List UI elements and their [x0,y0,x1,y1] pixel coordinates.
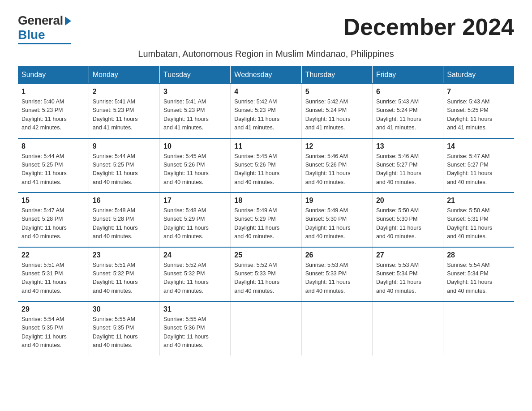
day-number: 11 [234,142,297,150]
calendar-header-row: SundayMondayTuesdayWednesdayThursdayFrid… [18,66,514,84]
day-info: Sunrise: 5:46 AMSunset: 5:27 PMDaylight:… [376,152,439,187]
calendar-cell: 12Sunrise: 5:46 AMSunset: 5:26 PMDayligh… [301,138,372,193]
calendar-cell: 21Sunrise: 5:50 AMSunset: 5:31 PMDayligh… [443,193,514,247]
calendar-cell: 27Sunrise: 5:53 AMSunset: 5:34 PMDayligh… [372,247,443,302]
calendar-cell [372,301,443,355]
calendar-cell: 24Sunrise: 5:52 AMSunset: 5:32 PMDayligh… [160,247,231,302]
calendar-header-sunday: Sunday [18,66,89,84]
calendar-cell: 18Sunrise: 5:49 AMSunset: 5:29 PMDayligh… [231,193,301,247]
day-number: 14 [447,142,511,150]
calendar-cell: 17Sunrise: 5:48 AMSunset: 5:29 PMDayligh… [160,193,231,247]
day-info: Sunrise: 5:40 AMSunset: 5:23 PMDaylight:… [21,98,85,133]
day-number: 1 [21,88,85,96]
calendar-cell: 31Sunrise: 5:55 AMSunset: 5:36 PMDayligh… [160,301,231,355]
day-info: Sunrise: 5:41 AMSunset: 5:23 PMDaylight:… [163,98,227,133]
day-info: Sunrise: 5:50 AMSunset: 5:30 PMDaylight:… [376,206,439,241]
day-info: Sunrise: 5:43 AMSunset: 5:24 PMDaylight:… [376,98,439,133]
month-title: December 2024 [343,13,514,40]
day-number: 30 [93,305,156,313]
calendar-header-monday: Monday [89,66,159,84]
calendar-cell [301,301,372,355]
day-info: Sunrise: 5:52 AMSunset: 5:33 PMDaylight:… [234,261,297,296]
day-info: Sunrise: 5:42 AMSunset: 5:24 PMDaylight:… [305,98,369,133]
day-info: Sunrise: 5:49 AMSunset: 5:29 PMDaylight:… [234,206,297,241]
logo: General Blue [18,13,71,44]
day-number: 22 [21,251,85,259]
calendar-cell: 6Sunrise: 5:43 AMSunset: 5:24 PMDaylight… [372,84,443,138]
day-info: Sunrise: 5:44 AMSunset: 5:25 PMDaylight:… [93,152,156,187]
day-info: Sunrise: 5:45 AMSunset: 5:26 PMDaylight:… [234,152,297,187]
day-number: 24 [163,251,227,259]
calendar-cell: 26Sunrise: 5:53 AMSunset: 5:33 PMDayligh… [301,247,372,302]
day-info: Sunrise: 5:47 AMSunset: 5:28 PMDaylight:… [21,206,85,241]
calendar-cell: 7Sunrise: 5:43 AMSunset: 5:25 PMDaylight… [443,84,514,138]
day-info: Sunrise: 5:47 AMSunset: 5:27 PMDaylight:… [447,152,511,187]
day-info: Sunrise: 5:45 AMSunset: 5:26 PMDaylight:… [163,152,227,187]
day-info: Sunrise: 5:48 AMSunset: 5:29 PMDaylight:… [163,206,227,241]
day-info: Sunrise: 5:43 AMSunset: 5:25 PMDaylight:… [447,98,511,133]
day-info: Sunrise: 5:54 AMSunset: 5:34 PMDaylight:… [447,261,511,296]
calendar-cell: 15Sunrise: 5:47 AMSunset: 5:28 PMDayligh… [18,193,89,247]
day-number: 17 [163,197,227,205]
day-info: Sunrise: 5:41 AMSunset: 5:23 PMDaylight:… [93,98,156,133]
day-number: 6 [376,88,439,96]
day-number: 9 [93,142,156,150]
calendar-cell: 2Sunrise: 5:41 AMSunset: 5:23 PMDaylight… [89,84,159,138]
calendar-cell: 19Sunrise: 5:49 AMSunset: 5:30 PMDayligh… [301,193,372,247]
day-number: 10 [163,142,227,150]
day-info: Sunrise: 5:48 AMSunset: 5:28 PMDaylight:… [93,206,156,241]
calendar-cell: 13Sunrise: 5:46 AMSunset: 5:27 PMDayligh… [372,138,443,193]
calendar-cell: 14Sunrise: 5:47 AMSunset: 5:27 PMDayligh… [443,138,514,193]
calendar-header-friday: Friday [372,66,443,84]
calendar-week-3: 15Sunrise: 5:47 AMSunset: 5:28 PMDayligh… [18,193,514,247]
day-number: 4 [234,88,297,96]
day-number: 15 [21,197,85,205]
day-info: Sunrise: 5:46 AMSunset: 5:26 PMDaylight:… [305,152,369,187]
calendar-header-thursday: Thursday [301,66,372,84]
calendar-cell: 10Sunrise: 5:45 AMSunset: 5:26 PMDayligh… [160,138,231,193]
day-number: 2 [93,88,156,96]
day-info: Sunrise: 5:50 AMSunset: 5:31 PMDaylight:… [447,206,511,241]
calendar-cell: 4Sunrise: 5:42 AMSunset: 5:23 PMDaylight… [231,84,301,138]
calendar-header-wednesday: Wednesday [231,66,301,84]
header: General Blue December 2024 [18,13,514,44]
calendar-cell: 9Sunrise: 5:44 AMSunset: 5:25 PMDaylight… [89,138,159,193]
calendar-cell: 23Sunrise: 5:51 AMSunset: 5:32 PMDayligh… [89,247,159,302]
day-number: 26 [305,251,369,259]
day-number: 16 [93,197,156,205]
day-info: Sunrise: 5:51 AMSunset: 5:32 PMDaylight:… [93,261,156,296]
calendar-cell: 29Sunrise: 5:54 AMSunset: 5:35 PMDayligh… [18,301,89,355]
day-info: Sunrise: 5:55 AMSunset: 5:35 PMDaylight:… [93,315,156,350]
calendar-cell: 8Sunrise: 5:44 AMSunset: 5:25 PMDaylight… [18,138,89,193]
day-number: 3 [163,88,227,96]
day-number: 25 [234,251,297,259]
logo-blue-text: Blue [18,28,45,42]
calendar-cell: 1Sunrise: 5:40 AMSunset: 5:23 PMDaylight… [18,84,89,138]
day-number: 12 [305,142,369,150]
logo-general-text: General [18,13,63,28]
calendar-cell: 16Sunrise: 5:48 AMSunset: 5:28 PMDayligh… [89,193,159,247]
day-number: 31 [163,305,227,313]
calendar-cell [231,301,301,355]
day-info: Sunrise: 5:44 AMSunset: 5:25 PMDaylight:… [21,152,85,187]
day-info: Sunrise: 5:49 AMSunset: 5:30 PMDaylight:… [305,206,369,241]
calendar-cell: 22Sunrise: 5:51 AMSunset: 5:31 PMDayligh… [18,247,89,302]
calendar-cell: 11Sunrise: 5:45 AMSunset: 5:26 PMDayligh… [231,138,301,193]
day-number: 13 [376,142,439,150]
calendar-week-1: 1Sunrise: 5:40 AMSunset: 5:23 PMDaylight… [18,84,514,138]
day-info: Sunrise: 5:53 AMSunset: 5:33 PMDaylight:… [305,261,369,296]
day-number: 21 [447,197,511,205]
day-info: Sunrise: 5:55 AMSunset: 5:36 PMDaylight:… [163,315,227,350]
day-number: 29 [21,305,85,313]
logo-arrow-icon [65,17,71,26]
calendar-cell: 20Sunrise: 5:50 AMSunset: 5:30 PMDayligh… [372,193,443,247]
calendar-table: SundayMondayTuesdayWednesdayThursdayFrid… [18,66,514,355]
day-info: Sunrise: 5:52 AMSunset: 5:32 PMDaylight:… [163,261,227,296]
day-number: 28 [447,251,511,259]
day-info: Sunrise: 5:54 AMSunset: 5:35 PMDaylight:… [21,315,85,350]
day-number: 27 [376,251,439,259]
day-number: 20 [376,197,439,205]
calendar-week-4: 22Sunrise: 5:51 AMSunset: 5:31 PMDayligh… [18,247,514,302]
day-number: 8 [21,142,85,150]
subtitle: Lumbatan, Autonomous Region in Muslim Mi… [18,49,514,59]
